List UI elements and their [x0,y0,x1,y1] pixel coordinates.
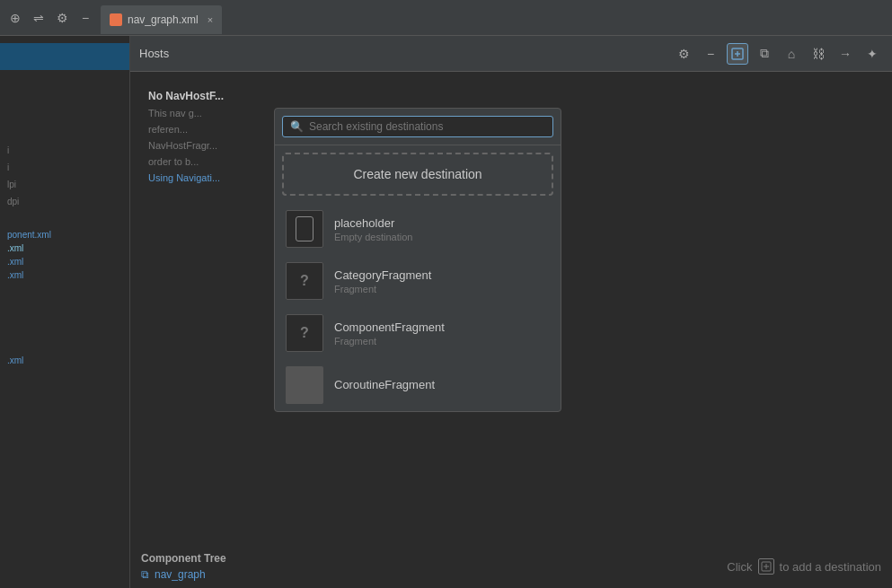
destination-item-category[interactable]: ? CategoryFragment Fragment [275,255,561,307]
sidebar-dim-lpi: lpi [0,176,129,193]
search-input[interactable] [309,120,545,133]
toolbar: Hosts ⚙ − ⧉ ⌂ ⛓ → ✦ [130,36,892,72]
placeholder-info: placeholder Empty destination [334,216,412,242]
destination-item-coroutine[interactable]: CoroutineFragment [275,359,561,411]
sidebar-file-xml-active[interactable]: .xml [0,241,129,255]
category-type: Fragment [334,284,431,294]
sidebar-dim-i2: i [0,159,129,176]
component-type: Fragment [334,336,445,347]
nav-graph-item-label: nav_graph [155,568,206,581]
toolbar-link-btn[interactable]: ⛓ [808,43,829,65]
toolbar-minus-btn[interactable]: − [700,43,721,65]
category-question-mark: ? [300,273,309,289]
no-navhost-line3: NavHostFragr... [148,140,224,151]
using-navigation-link[interactable]: Using Navigati... [148,172,224,183]
coroutine-thumb [286,366,323,404]
toolbar-sparkle-btn[interactable]: ✦ [861,43,883,65]
click-text-after: to add a destination [780,560,881,574]
category-info: CategoryFragment Fragment [334,268,431,294]
search-icon: 🔍 [290,120,304,133]
sidebar-dim-dpi: dpi [0,193,129,210]
bottom-panel: Component Tree ⧉ nav_graph Click [130,545,892,588]
toolbar-copy-btn[interactable]: ⧉ [754,43,775,65]
globe-icon[interactable]: ⊕ [7,10,23,26]
placeholder-name: placeholder [334,216,412,230]
component-tree-label: Component Tree [141,552,226,565]
gear-icon[interactable]: ⚙ [54,10,70,26]
toolbar-arrow-btn[interactable]: → [835,43,856,65]
click-text-before: Click [727,560,752,574]
toolbar-destination-btn[interactable] [727,43,748,65]
no-navhost-title: No NavHostF... [148,90,224,102]
toolbar-home-btn[interactable]: ⌂ [781,43,802,65]
add-destination-icon[interactable] [758,558,774,575]
info-panel: No NavHostF... This nav g... referen... … [130,72,242,201]
destination-item-component[interactable]: ? ComponentFragment Fragment [275,307,561,359]
sidebar-file-xml2[interactable]: .xml [0,255,129,268]
toolbar-label: Hosts [139,47,667,60]
tab-label: nav_graph.xml [128,13,199,26]
top-bar: ⊕ ⇌ ⚙ − nav_graph.xml × [0,0,892,36]
tab-close-icon[interactable]: × [208,14,213,25]
destination-item-placeholder[interactable]: placeholder Empty destination [275,203,561,255]
destination-dropdown: 🔍 Create new destination [274,108,561,412]
component-name: ComponentFragment [334,320,445,334]
nav-graph-tab[interactable]: nav_graph.xml × [101,5,222,34]
minimize-icon[interactable]: − [77,10,93,26]
placeholder-thumb [286,210,323,248]
sidebar-file-ponent[interactable]: ponent.xml [0,228,129,241]
xml-file-icon [110,13,122,26]
create-new-destination[interactable]: Create new destination [282,153,553,196]
left-sidebar: i i lpi dpi ponent.xml .xml .xml .xml .x… [0,36,130,588]
no-navhost-line4: order to b... [148,156,224,167]
main-content: Hosts ⚙ − ⧉ ⌂ ⛓ → ✦ No NavHostF... This … [130,36,892,588]
component-thumb: ? [286,314,323,352]
search-input-wrapper[interactable]: 🔍 [282,116,553,137]
destination-list: placeholder Empty destination ? Category… [275,203,561,411]
search-bar: 🔍 [275,109,561,145]
split-icon[interactable]: ⇌ [31,10,47,26]
component-tree: Component Tree ⧉ nav_graph [141,552,226,581]
component-question-mark: ? [300,325,309,341]
create-new-label: Create new destination [353,167,481,181]
placeholder-type: Empty destination [334,232,412,242]
main-layout: i i lpi dpi ponent.xml .xml .xml .xml .x… [0,36,892,588]
no-navhost-line2: referen... [148,124,224,135]
canvas-area: No NavHostF... This nav g... referen... … [130,72,892,588]
sidebar-dim-i1: i [0,142,129,159]
coroutine-name: CoroutineFragment [334,378,435,391]
toolbar-gear-btn[interactable]: ⚙ [673,43,694,65]
sidebar-file-xml3[interactable]: .xml [0,268,129,282]
category-name: CategoryFragment [334,268,431,282]
click-hint: Click to add a destination [727,558,881,575]
category-thumb: ? [286,262,323,300]
sidebar-active-item [0,43,129,70]
copy-structure-icon: ⧉ [141,568,149,581]
component-tree-item[interactable]: ⧉ nav_graph [141,568,226,581]
coroutine-info: CoroutineFragment [334,378,435,393]
no-navhost-line1: This nav g... [148,108,224,118]
sidebar-file-xml4[interactable]: .xml [0,354,129,367]
component-info: ComponentFragment Fragment [334,320,445,347]
